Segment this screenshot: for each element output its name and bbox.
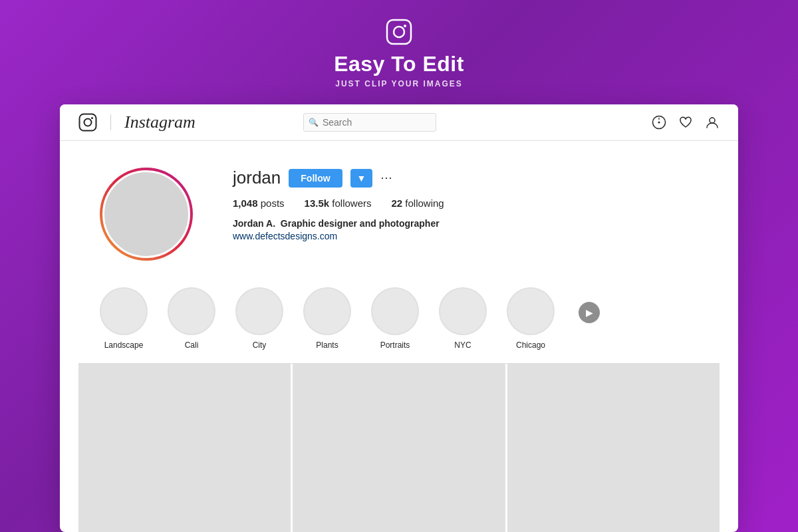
avatar-container bbox=[100, 168, 193, 261]
bio-link[interactable]: www.defectsdesigns.com bbox=[233, 231, 698, 241]
search-area[interactable]: 🔍 bbox=[303, 113, 436, 132]
stats-row: 1,048 posts 13.5k followers 22 following bbox=[233, 198, 698, 209]
svg-point-9 bbox=[710, 118, 715, 123]
bio-section: Jordan A. Graphic designer and photograp… bbox=[233, 218, 698, 241]
highlight-item[interactable]: Cali bbox=[168, 287, 215, 350]
highlights-next-button[interactable]: ▶ bbox=[579, 302, 600, 323]
svg-point-2 bbox=[404, 25, 406, 27]
heart-icon[interactable] bbox=[678, 115, 693, 130]
header-area: Easy To Edit JUST CLIP YOUR IMAGES bbox=[0, 0, 798, 104]
follow-button[interactable]: Follow bbox=[289, 169, 342, 188]
svg-point-5 bbox=[91, 117, 93, 119]
profile-section: jordan Follow ▼ ··· 1,048 posts 13.5k fo… bbox=[60, 141, 738, 281]
profile-top-row: jordan Follow ▼ ··· bbox=[233, 168, 698, 188]
search-icon: 🔍 bbox=[309, 118, 319, 127]
highlight-label: Landscape bbox=[104, 340, 144, 350]
highlight-item[interactable]: Chicago bbox=[507, 287, 555, 350]
dropdown-button[interactable]: ▼ bbox=[350, 169, 373, 188]
following-stat: 22 following bbox=[391, 198, 444, 209]
svg-point-4 bbox=[84, 119, 92, 126]
profile-info: jordan Follow ▼ ··· 1,048 posts 13.5k fo… bbox=[233, 168, 698, 241]
compass-icon[interactable] bbox=[652, 115, 666, 130]
bio-description: Graphic designer and photographer bbox=[281, 218, 440, 229]
highlight-item[interactable]: Landscape bbox=[100, 287, 148, 350]
username: jordan bbox=[233, 168, 281, 188]
nav-instagram-icon bbox=[78, 113, 97, 132]
search-input[interactable] bbox=[303, 113, 436, 132]
highlight-item[interactable]: City bbox=[235, 287, 283, 350]
highlight-label: City bbox=[253, 340, 267, 350]
posts-grid bbox=[60, 364, 738, 532]
instagram-wordmark: Instagram bbox=[124, 112, 196, 132]
post-item[interactable] bbox=[78, 364, 291, 532]
profile-icon[interactable] bbox=[705, 115, 720, 130]
svg-point-7 bbox=[658, 122, 660, 124]
highlight-circle bbox=[303, 287, 351, 335]
highlight-circle bbox=[371, 287, 419, 335]
highlight-circle bbox=[100, 287, 148, 335]
instagram-header-icon bbox=[386, 19, 412, 45]
logo-area: Instagram bbox=[78, 112, 196, 132]
page-title: Easy To Edit bbox=[334, 52, 464, 76]
highlight-circle bbox=[439, 287, 487, 335]
highlights-section: Landscape Cali City Plants Portraits NYC… bbox=[60, 281, 738, 363]
post-item[interactable] bbox=[507, 364, 720, 532]
avatar-ring bbox=[100, 168, 193, 261]
nav-divider bbox=[110, 114, 111, 130]
posts-stat: 1,048 posts bbox=[233, 198, 285, 209]
svg-point-1 bbox=[394, 27, 404, 37]
post-item[interactable] bbox=[293, 364, 505, 532]
highlight-item[interactable]: Plants bbox=[303, 287, 351, 350]
main-card: Instagram 🔍 bbox=[60, 104, 738, 532]
highlight-item[interactable]: Portraits bbox=[371, 287, 419, 350]
highlight-label: Chicago bbox=[516, 340, 545, 350]
svg-rect-3 bbox=[80, 114, 96, 131]
page-subtitle: JUST CLIP YOUR IMAGES bbox=[335, 79, 463, 88]
more-options-button[interactable]: ··· bbox=[380, 171, 392, 185]
highlight-circle bbox=[507, 287, 555, 335]
svg-rect-0 bbox=[387, 20, 411, 44]
highlight-label: Cali bbox=[185, 340, 199, 350]
highlight-circle bbox=[168, 287, 215, 335]
instagram-navbar: Instagram 🔍 bbox=[60, 104, 738, 141]
highlight-label: Portraits bbox=[380, 340, 410, 350]
highlight-item[interactable]: NYC bbox=[439, 287, 487, 350]
highlight-label: Plants bbox=[316, 340, 338, 350]
highlight-circle bbox=[235, 287, 283, 335]
highlight-label: NYC bbox=[454, 340, 471, 350]
avatar bbox=[102, 170, 190, 258]
followers-stat: 13.5k followers bbox=[305, 198, 372, 209]
bio-name: Jordan A. Graphic designer and photograp… bbox=[233, 218, 698, 229]
nav-icon-group bbox=[652, 115, 720, 130]
